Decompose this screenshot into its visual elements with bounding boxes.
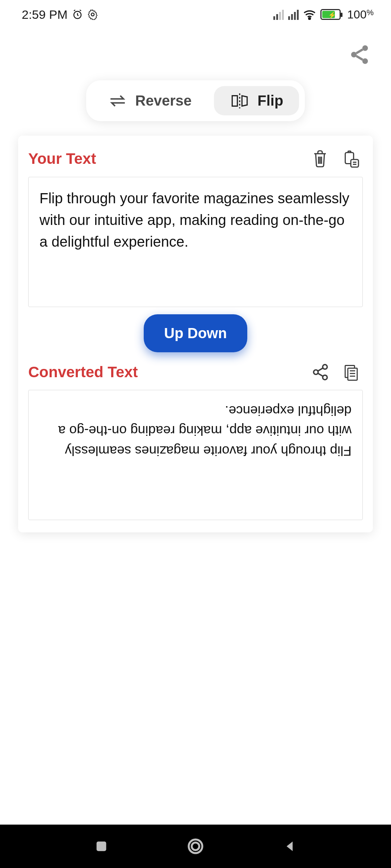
svg-point-15	[314, 370, 318, 375]
svg-point-14	[323, 365, 327, 369]
svg-point-3	[362, 45, 368, 51]
clock-text: 2:59 PM	[22, 8, 68, 22]
back-button[interactable]	[282, 839, 297, 854]
status-bar: 2:59 PM ⚡ 100%	[0, 0, 391, 29]
input-header: Your Text	[28, 146, 363, 177]
svg-point-5	[362, 58, 368, 64]
svg-point-1	[91, 13, 94, 16]
signal-icon-2	[288, 9, 299, 20]
svg-rect-18	[348, 368, 357, 380]
tab-flip-label: Flip	[257, 93, 283, 109]
gear-icon	[87, 9, 98, 20]
output-text: Flip through your favorite magazines sea…	[39, 400, 352, 461]
input-title: Your Text	[28, 150, 96, 167]
alarm-icon	[72, 9, 83, 20]
paste-icon[interactable]	[342, 149, 360, 168]
copy-icon[interactable]	[342, 363, 360, 381]
output-title: Converted Text	[28, 363, 138, 381]
status-right: ⚡ 100%	[273, 8, 374, 21]
trash-icon[interactable]	[311, 149, 329, 168]
svg-rect-22	[97, 842, 106, 851]
flip-icon	[230, 93, 249, 109]
status-left: 2:59 PM	[22, 8, 98, 22]
svg-rect-11	[351, 159, 358, 167]
home-button[interactable]	[186, 837, 205, 855]
mode-tabs: Reverse Flip	[86, 80, 305, 121]
share-icon[interactable]	[348, 43, 371, 66]
wifi-icon	[303, 9, 316, 20]
tab-flip[interactable]: Flip	[214, 86, 299, 115]
signal-icon-1	[273, 9, 284, 20]
tab-reverse-label: Reverse	[135, 93, 192, 109]
updown-button[interactable]: Up Down	[144, 314, 247, 352]
battery-percent: 100%	[347, 8, 374, 21]
main-card: Your Text Flip through your favorite m	[18, 136, 373, 532]
tab-reverse[interactable]: Reverse	[92, 86, 208, 115]
input-text: Flip through your favorite magazines sea…	[39, 187, 352, 252]
output-header: Converted Text	[28, 359, 363, 390]
reverse-icon	[108, 93, 127, 109]
output-textarea[interactable]: Flip through your favorite magazines sea…	[28, 390, 363, 520]
input-textarea[interactable]: Flip through your favorite magazines sea…	[28, 177, 363, 307]
svg-point-4	[351, 52, 357, 58]
updown-label: Up Down	[164, 325, 227, 341]
svg-point-2	[309, 18, 311, 20]
svg-point-24	[192, 843, 199, 850]
battery-icon: ⚡	[320, 9, 341, 20]
share-result-icon[interactable]	[311, 363, 329, 381]
recent-apps-button[interactable]	[94, 839, 109, 854]
svg-point-16	[323, 375, 327, 380]
android-nav-bar	[0, 825, 391, 868]
